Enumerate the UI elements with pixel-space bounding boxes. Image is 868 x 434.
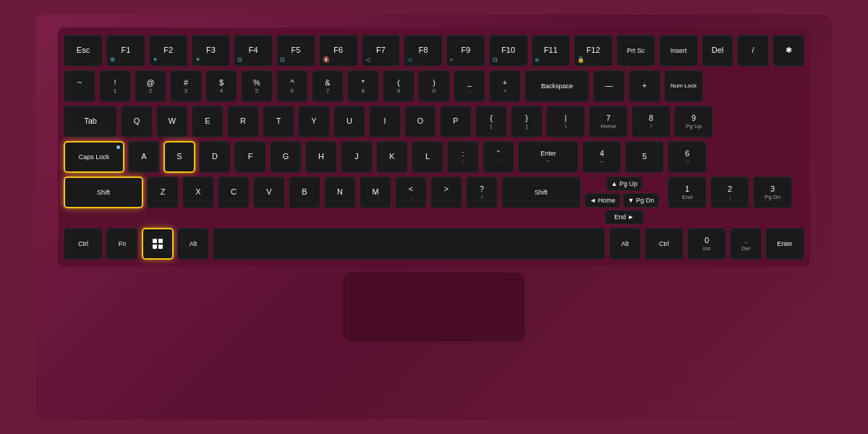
key-o[interactable]: O [404, 106, 436, 137]
key-4[interactable]: $ 4 [205, 70, 237, 102]
key-num8[interactable]: 8 ↑ [631, 106, 671, 137]
key-numpad-enter[interactable]: Enter [765, 228, 804, 260]
key-i[interactable]: I [369, 106, 401, 137]
key-d[interactable]: D [199, 141, 231, 173]
key-f4[interactable]: ⊡ F4 [234, 35, 273, 67]
key-num3[interactable]: 3 Pg Dn [753, 176, 792, 208]
key-num4[interactable]: 4 ← [582, 141, 621, 173]
key-shift-left[interactable]: Shift [64, 176, 143, 208]
key-q[interactable]: Q [121, 106, 153, 137]
key-w[interactable]: W [156, 106, 188, 137]
key-6[interactable]: ^ 6 [276, 70, 308, 102]
key-e[interactable]: E [192, 106, 224, 137]
arrow-cluster: ▲ Pg Up ◄ Home ▼ Pg Dn End ► [584, 176, 664, 224]
key-backquote[interactable]: ~ ` [64, 70, 95, 102]
key-quote[interactable]: " ' [482, 141, 514, 173]
touchpad[interactable] [344, 273, 524, 341]
key-t[interactable]: T [263, 106, 294, 137]
key-num0[interactable]: 0 Ins [687, 228, 726, 260]
key-home[interactable]: ◄ Home [584, 193, 621, 208]
key-numpad-slash[interactable]: / [737, 35, 769, 67]
key-f12[interactable]: 🔒 F12 [574, 35, 613, 67]
key-insert[interactable]: Insert [659, 35, 698, 67]
key-f6[interactable]: 🔇 F6 [319, 35, 358, 67]
key-fwdslash[interactable]: ? / [466, 176, 498, 208]
key-9[interactable]: ( 9 [383, 70, 414, 102]
key-prtsc[interactable]: Prt Sc [616, 35, 655, 67]
key-equals[interactable]: + = [489, 70, 521, 102]
key-numlock[interactable]: Num Lock [664, 70, 703, 102]
key-1[interactable]: ! 1 [99, 70, 131, 102]
key-num1[interactable]: 1 End [668, 176, 707, 208]
key-f3[interactable]: ☀ F3 [192, 35, 231, 67]
key-tab[interactable]: Tab [64, 106, 117, 137]
key-end[interactable]: End ► [605, 210, 644, 224]
key-f10[interactable]: ⊡ F10 [489, 35, 528, 67]
key-numdot[interactable]: . Del [730, 228, 762, 260]
key-s[interactable]: S [163, 141, 195, 173]
key-f5[interactable]: ⊡ F5 [276, 35, 315, 67]
key-num2[interactable]: 2 ↓ [710, 176, 749, 208]
key-semicolon[interactable]: : ; [447, 141, 479, 173]
key-f2[interactable]: ☀ F2 [149, 35, 188, 67]
key-alt-left[interactable]: Alt [177, 228, 209, 260]
key-comma[interactable]: < , [395, 176, 427, 208]
key-num9[interactable]: 9 Pg Up [674, 106, 713, 137]
key-k[interactable]: K [376, 141, 408, 173]
key-c[interactable]: C [218, 176, 250, 208]
key-period[interactable]: > . [430, 176, 462, 208]
key-win[interactable] [142, 228, 174, 260]
key-shift-right[interactable]: Shift [501, 176, 581, 208]
key-p[interactable]: P [440, 106, 472, 137]
key-lbracket[interactable]: { [ [475, 106, 507, 137]
key-numpad-plus[interactable]: + [629, 70, 660, 102]
key-h[interactable]: H [305, 141, 337, 173]
key-pgup[interactable]: ▲ Pg Up [606, 176, 642, 191]
key-f11[interactable]: ⌀ F11 [532, 35, 571, 67]
key-3[interactable]: # 3 [170, 70, 202, 102]
key-numpad-minus[interactable]: — [593, 70, 625, 102]
key-capslock[interactable]: Caps Lock [64, 141, 124, 173]
key-y[interactable]: Y [298, 106, 330, 137]
key-del-top[interactable]: Del [702, 35, 733, 67]
key-7[interactable]: & 7 [312, 70, 344, 102]
key-ctrl-left[interactable]: Ctrl [64, 228, 103, 260]
key-f1[interactable]: ⚙ F1 [106, 35, 145, 67]
key-enter[interactable]: Enter ← [518, 141, 579, 173]
laptop-body: Esc ⚙ F1 ☀ F2 ☀ F3 ⊡ F4 ⊡ F5 [36, 14, 832, 420]
key-num5[interactable]: 5 [625, 141, 664, 173]
key-num6[interactable]: 6 → [668, 141, 707, 173]
key-5[interactable]: % 5 [241, 70, 273, 102]
key-numpad-star[interactable]: ✱ [773, 35, 804, 67]
key-f9[interactable]: ≈ F9 [446, 35, 485, 67]
key-z[interactable]: Z [147, 176, 179, 208]
key-v[interactable]: V [253, 176, 285, 208]
key-g[interactable]: G [270, 141, 302, 173]
key-num7[interactable]: 7 Home [589, 106, 628, 137]
key-r[interactable]: R [227, 106, 259, 137]
key-fn[interactable]: Fn [106, 228, 138, 260]
key-n[interactable]: N [324, 176, 356, 208]
key-f7[interactable]: ◁ F7 [362, 35, 401, 67]
key-backslash[interactable]: | \ [546, 106, 585, 137]
key-8[interactable]: * 8 [347, 70, 379, 102]
key-ctrl-right[interactable]: Ctrl [644, 228, 684, 260]
key-a[interactable]: A [128, 141, 160, 173]
key-f8[interactable]: ◁ F8 [404, 35, 443, 67]
key-space[interactable] [213, 228, 605, 260]
key-esc[interactable]: Esc [64, 35, 103, 67]
key-m[interactable]: M [359, 176, 391, 208]
key-f[interactable]: F [234, 141, 266, 173]
key-2[interactable]: @ 2 [135, 70, 166, 102]
key-j[interactable]: J [341, 141, 373, 173]
key-l[interactable]: L [412, 141, 443, 173]
key-b[interactable]: B [289, 176, 320, 208]
key-minus[interactable]: _ - [454, 70, 485, 102]
key-alt-right[interactable]: Alt [609, 228, 641, 260]
key-rbracket[interactable]: } ] [511, 106, 542, 137]
key-u[interactable]: U [333, 106, 365, 137]
key-x[interactable]: X [182, 176, 214, 208]
key-backspace[interactable]: Backspace [524, 70, 590, 102]
key-0[interactable]: ) 0 [418, 70, 450, 102]
key-pgdn[interactable]: ▼ Pg Dn [623, 193, 659, 208]
